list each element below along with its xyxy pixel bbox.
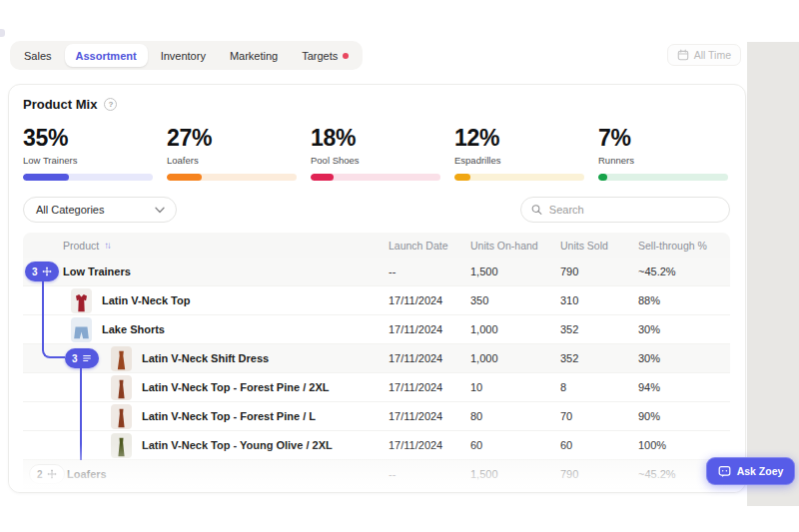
tab-assortment[interactable]: Assortment <box>65 44 148 67</box>
cell-units-on-hand: 1,500 <box>470 266 560 277</box>
cell-units-sold: 310 <box>560 294 638 306</box>
search-box <box>520 197 730 223</box>
stat-progress-fill <box>598 174 607 181</box>
cell-launch-date: -- <box>389 468 470 480</box>
move-icon <box>47 469 57 479</box>
tab-marketing[interactable]: Marketing <box>219 44 289 67</box>
cell-launch-date: 17/11/2024 <box>389 323 470 335</box>
move-icon <box>42 266 52 276</box>
cell-sell-through: 90% <box>638 410 730 422</box>
stat-progress-fill <box>23 174 69 181</box>
group-count: 3 <box>32 266 38 277</box>
cell-units-sold: 790 <box>560 266 638 277</box>
cell-sell-through: ~45.2% <box>638 266 730 277</box>
cell-sell-through: 30% <box>638 323 730 335</box>
tab-targets[interactable]: Targets <box>291 44 360 67</box>
date-filter-button[interactable]: All Time <box>667 44 741 66</box>
sort-icon: ↑↓ <box>104 240 110 251</box>
cell-sell-through: 94% <box>638 381 730 393</box>
search-icon <box>531 204 542 216</box>
cell-units-sold: 790 <box>560 468 638 480</box>
chat-icon <box>718 465 731 478</box>
cell-launch-date: 17/11/2024 <box>389 381 470 393</box>
category-select[interactable]: All Categories <box>23 197 177 223</box>
right-side-panel <box>747 42 799 506</box>
product-mix-card: Product Mix ? 35% Low Trainers 27% Loafe… <box>8 84 746 493</box>
group-drag-badge-low-trainers[interactable]: 3 <box>25 262 59 281</box>
group-list-badge-shift-dress[interactable]: 3 <box>65 348 99 368</box>
tab-sales[interactable]: Sales <box>13 44 63 67</box>
cell-sell-through: 100% <box>638 439 730 451</box>
row-name: Latin V-Neck Top <box>102 294 190 306</box>
column-header-sell-through: Sell-through % <box>638 240 730 252</box>
product-thumbnail-brown-dress <box>111 375 132 400</box>
stat-runners: 7% Runners <box>598 125 742 181</box>
stat-progress-track <box>167 174 297 181</box>
ask-zoey-label: Ask Zoey <box>737 465 784 477</box>
tab-assortment-label: Assortment <box>76 50 137 62</box>
stat-label: Loafers <box>167 155 311 167</box>
group-drag-badge-loafers[interactable]: 2 <box>29 464 65 484</box>
list-icon <box>82 353 92 363</box>
product-thumbnail-red-top <box>71 288 92 313</box>
cell-units-sold: 70 <box>560 410 638 422</box>
table-row-group-loafers[interactable]: Loafers -- 1,500 790 ~45.2% <box>23 460 730 489</box>
targets-alert-dot <box>343 53 349 59</box>
table-row-forest-pine-2xl[interactable]: Latin V-Neck Top - Forest Pine / 2XL 17/… <box>23 373 730 402</box>
stat-label: Espadrilles <box>454 155 598 167</box>
row-name: Low Trainers <box>63 266 131 277</box>
cell-units-on-hand: 1,000 <box>470 323 560 335</box>
table-row-group-low-trainers[interactable]: Low Trainers -- 1,500 790 ~45.2% <box>23 258 730 286</box>
stat-progress-fill <box>454 174 470 181</box>
group-count: 3 <box>72 353 78 364</box>
product-thumbnail-rust-dress <box>111 346 132 371</box>
page-title: Product Mix <box>23 97 97 112</box>
group-connector-line <box>80 368 82 460</box>
stat-progress-track <box>311 174 440 181</box>
table-row-lake-shorts[interactable]: Lake Shorts 17/11/2024 1,000 352 30% <box>23 315 730 344</box>
cell-units-on-hand: 10 <box>470 381 560 393</box>
cell-units-sold: 60 <box>560 439 638 451</box>
cell-units-on-hand: 1,000 <box>470 352 560 364</box>
stat-progress-fill <box>167 174 202 181</box>
stat-progress-fill <box>311 174 334 181</box>
chevron-down-icon <box>155 207 165 214</box>
logo-fragment <box>0 29 5 37</box>
column-header-product[interactable]: Product ↑↓ <box>23 240 389 252</box>
stat-label: Low Trainers <box>23 155 167 167</box>
cell-units-on-hand: 60 <box>470 439 560 451</box>
calendar-icon <box>677 49 689 61</box>
row-name: Latin V-Neck Top - Forest Pine / L <box>142 410 316 422</box>
stat-progress-track <box>454 174 584 181</box>
table-row-young-olive-2xl[interactable]: Latin V-Neck Top - Young Olive / 2XL 17/… <box>23 431 730 460</box>
ask-zoey-button[interactable]: Ask Zoey <box>706 457 795 485</box>
table-row-group-shift-dress[interactable]: Latin V-Neck Shift Dress 17/11/2024 1,00… <box>23 344 730 373</box>
product-mix-stats: 35% Low Trainers 27% Loafers 18% Pool Sh… <box>23 125 742 181</box>
stat-label: Pool Shoes <box>311 155 454 167</box>
stat-loafers: 27% Loafers <box>167 125 311 181</box>
stat-percent: 35% <box>23 125 167 152</box>
column-header-launch-date: Launch Date <box>389 240 470 252</box>
stat-espadrilles: 12% Espadrilles <box>454 125 598 181</box>
product-thumbnail-denim-shorts <box>71 317 92 342</box>
date-filter-label: All Time <box>694 49 731 61</box>
tab-inventory[interactable]: Inventory <box>150 44 217 67</box>
stat-percent: 12% <box>454 125 598 152</box>
category-select-value: All Categories <box>36 204 104 216</box>
cell-launch-date: 17/11/2024 <box>389 294 470 306</box>
stat-percent: 18% <box>311 125 454 152</box>
search-input[interactable] <box>549 204 719 216</box>
column-header-product-label: Product <box>63 240 99 252</box>
column-header-units-sold: Units Sold <box>560 240 638 252</box>
cell-units-sold: 352 <box>560 323 638 335</box>
cell-units-on-hand: 1,500 <box>470 468 560 480</box>
row-name: Latin V-Neck Shift Dress <box>142 352 269 364</box>
stat-progress-track <box>23 174 153 181</box>
cell-sell-through: 88% <box>638 294 730 306</box>
help-icon[interactable]: ? <box>104 98 117 111</box>
table-row-latin-vneck-top[interactable]: Latin V-Neck Top 17/11/2024 350 310 88% <box>23 286 730 315</box>
table-row-forest-pine-l[interactable]: Latin V-Neck Top - Forest Pine / L 17/11… <box>23 402 730 431</box>
tab-sales-label: Sales <box>24 50 52 62</box>
row-name: Loafers <box>67 468 107 480</box>
group-count: 2 <box>37 469 43 480</box>
